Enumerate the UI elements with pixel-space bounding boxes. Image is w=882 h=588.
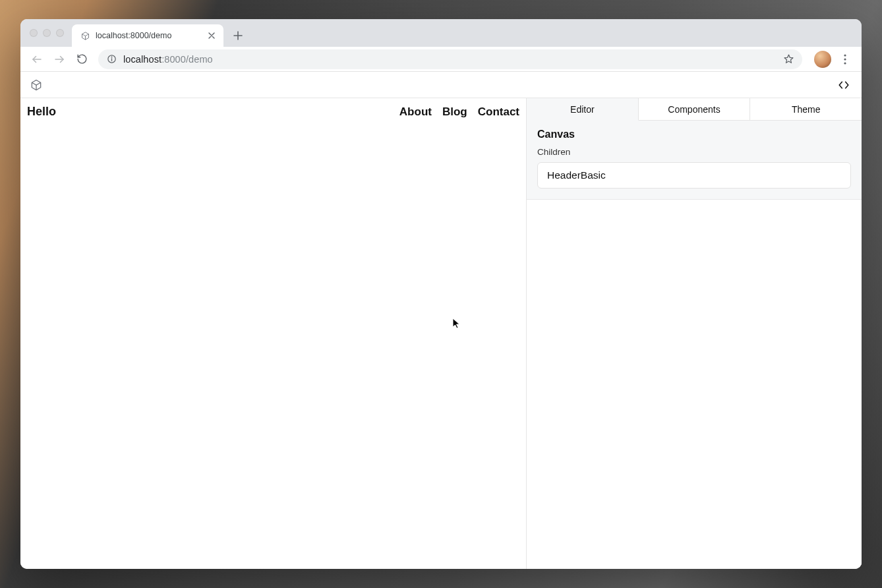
side-panel: Editor Components Theme Canvas Children … <box>527 98 862 569</box>
nav-link-contact[interactable]: Contact <box>478 105 519 119</box>
window-controls <box>27 19 68 47</box>
app-bar <box>20 72 862 98</box>
back-button[interactable] <box>27 49 47 69</box>
code-toggle-button[interactable] <box>835 76 852 94</box>
main-split: Hello About Blog Contact Editor Componen… <box>20 98 862 569</box>
forward-button[interactable] <box>49 49 69 69</box>
site-info-icon[interactable] <box>106 54 117 65</box>
url-host: localhost <box>123 54 162 65</box>
window-minimize-icon[interactable] <box>43 29 51 37</box>
address-bar[interactable]: localhost:8000/demo <box>98 49 802 69</box>
browser-window: localhost:8000/demo localhost:8000/demo <box>20 19 862 569</box>
url-text: localhost:8000/demo <box>123 54 213 65</box>
nav-link-about[interactable]: About <box>399 105 432 119</box>
children-label: Children <box>537 147 851 162</box>
tab-strip: localhost:8000/demo <box>20 19 862 47</box>
browser-menu-button[interactable] <box>835 49 855 69</box>
svg-point-10 <box>844 62 846 64</box>
window-close-icon[interactable] <box>30 29 38 37</box>
tab-close-button[interactable] <box>206 30 217 41</box>
child-item-headerbasic[interactable]: HeaderBasic <box>537 162 851 189</box>
tab-theme[interactable]: Theme <box>750 98 862 120</box>
browser-toolbar: localhost:8000/demo <box>20 47 862 72</box>
reload-button[interactable] <box>72 49 92 69</box>
svg-marker-7 <box>784 55 793 63</box>
window-maximize-icon[interactable] <box>56 29 64 37</box>
panel-tabs: Editor Components Theme <box>527 98 862 121</box>
svg-point-8 <box>844 54 846 56</box>
preview-header: Hello About Blog Contact <box>20 98 526 119</box>
browser-tab[interactable]: localhost:8000/demo <box>72 24 223 47</box>
bookmark-button[interactable] <box>782 53 794 65</box>
preview-nav: About Blog Contact <box>399 105 519 119</box>
new-tab-button[interactable] <box>229 26 247 45</box>
panel-section-canvas: Canvas Children HeaderBasic <box>527 121 862 200</box>
section-title: Canvas <box>537 126 851 147</box>
svg-point-9 <box>844 58 846 60</box>
canvas-pane[interactable]: Hello About Blog Contact <box>20 98 527 569</box>
nav-link-blog[interactable]: Blog <box>442 105 467 119</box>
tab-editor[interactable]: Editor <box>527 98 639 121</box>
svg-point-6 <box>111 57 112 57</box>
profile-avatar[interactable] <box>814 51 831 68</box>
url-path: :8000/demo <box>162 54 213 65</box>
tab-components[interactable]: Components <box>639 98 751 120</box>
preview-brand: Hello <box>26 105 56 119</box>
tab-title: localhost:8000/demo <box>96 31 201 40</box>
app-logo-icon[interactable] <box>30 78 43 92</box>
favicon-icon <box>80 30 90 41</box>
